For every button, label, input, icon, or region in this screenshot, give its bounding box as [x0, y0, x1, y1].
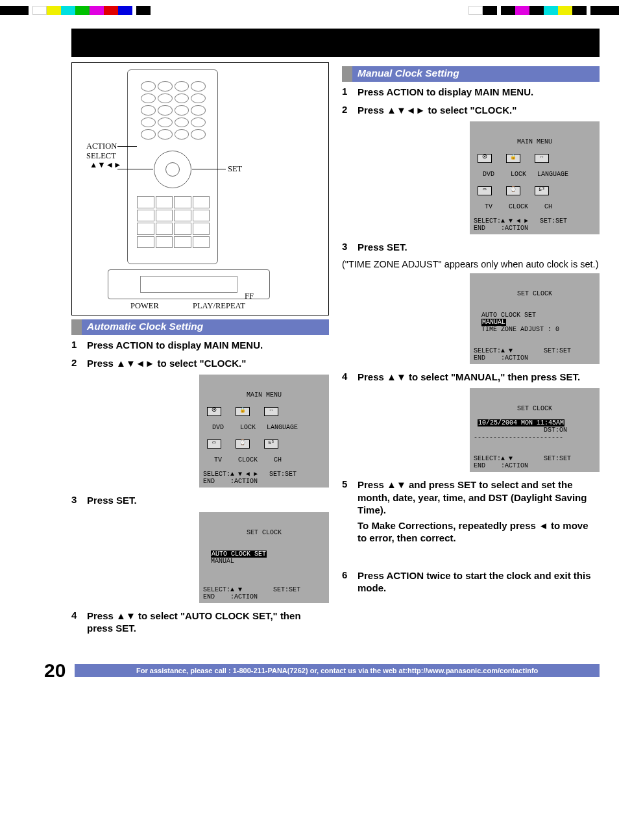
auto-step-2: 2 Press ▲▼◄► to select "CLOCK." [71, 357, 329, 370]
manual-step-1: 1 Press ACTION to display MAIN MENU. [342, 86, 600, 99]
label-set: SET [228, 164, 242, 174]
manual-step-3: 3 Press SET. [342, 241, 600, 254]
label-ff: FF [245, 291, 254, 301]
color-swatch-bar [0, 0, 619, 16]
page-number: 20 [44, 660, 66, 682]
label-power: POWER [130, 301, 159, 311]
manual-step-4: 4 Press ▲▼ to select "MANUAL," then pres… [342, 371, 600, 384]
auto-clock-header: Automatic Clock Setting [71, 319, 329, 335]
label-action: ACTION [86, 142, 117, 151]
auto-step-1: 1 Press ACTION to display MAIN MENU. [71, 339, 329, 352]
manual-step-2: 2 Press ▲▼◄► to select "CLOCK." [342, 104, 600, 117]
manual-step-5b: To Make Corrections, repeatedly press ◄ … [342, 519, 600, 545]
manual-step-5: 5 Press ▲▼ and press SET to select and s… [342, 478, 600, 517]
osd-set-clock-auto: SET CLOCK AUTO CLOCK SET MANUAL SELECT:▲… [199, 512, 329, 603]
manual-step-3-note: ("TIME ZONE ADJUST" appears only when au… [342, 259, 600, 269]
auto-step-4: 4 Press ▲▼ to select "AUTO CLOCK SET," t… [71, 610, 329, 635]
auto-step-3: 3 Press SET. [71, 494, 329, 507]
label-select: SELECT [86, 151, 116, 161]
label-select-arrows: ▲▼◄► [90, 160, 122, 169]
left-column: ACTION SELECT ▲▼◄► SET FF POWER PLAY/REP… [71, 62, 329, 640]
label-play: PLAY/REPEAT [193, 301, 245, 311]
footer-assistance: For assistance, please call : 1-800-211-… [75, 664, 600, 677]
osd-set-clock-manual-2: SET CLOCK 10/25/2004 MON 11:45AM DST:ON … [470, 388, 600, 472]
right-column: Manual Clock Setting 1 Press ACTION to d… [342, 62, 600, 640]
remote-diagram: ACTION SELECT ▲▼◄► SET FF POWER PLAY/REP… [71, 62, 329, 315]
header-blackbar [71, 29, 600, 57]
osd-set-clock-manual-1: SET CLOCK AUTO CLOCK SET MANUAL TIME ZON… [470, 273, 600, 364]
osd-main-menu-auto: MAIN MENU ⦿🔒↔ DVDLOCKLANGUAGE ▭⌚5³ TVCLO… [199, 375, 329, 488]
manual-step-6: 6 Press ACTION twice to start the clock … [342, 569, 600, 595]
manual-clock-header: Manual Clock Setting [342, 66, 600, 82]
osd-main-menu-manual: MAIN MENU ⦿🔒↔ DVDLOCKLANGUAGE ▭⌚5³ TVCLO… [470, 121, 600, 234]
